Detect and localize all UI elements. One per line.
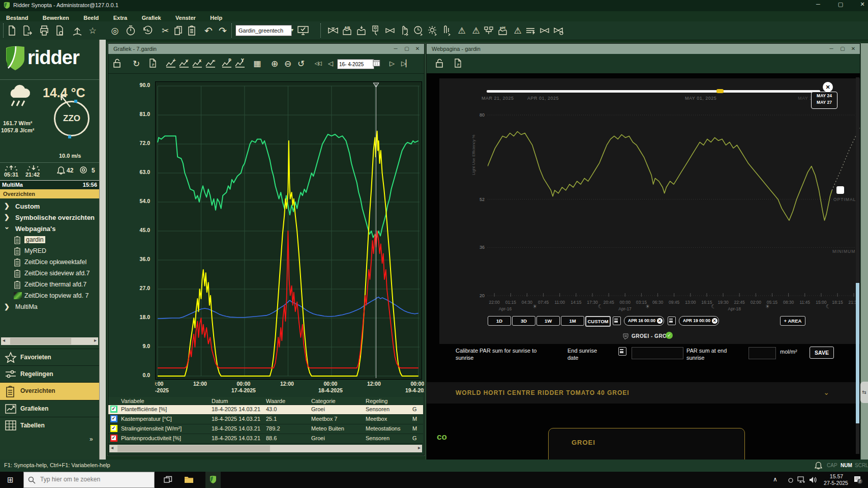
maximize-button[interactable]: ▢ — [403, 45, 411, 52]
scroll-left-icon[interactable]: ◂ — [111, 445, 113, 450]
new-file-icon[interactable] — [6, 25, 18, 36]
series-checkbox[interactable]: ✓ — [110, 425, 117, 432]
grafiek-plot-area[interactable] — [155, 81, 422, 380]
zoom-in-icon[interactable]: ⊕ — [268, 58, 281, 69]
history-icon[interactable] — [142, 25, 154, 36]
taskbar-search[interactable] — [23, 472, 155, 488]
tree-horizontal-scrollbar[interactable]: ◂ ▸ — [1, 337, 98, 345]
unlock-icon[interactable] — [112, 58, 126, 69]
copy-icon[interactable] — [173, 25, 185, 36]
hand-control-icon[interactable] — [399, 25, 411, 36]
scroll-right-icon[interactable]: ▸ — [418, 445, 421, 450]
menu-bewerken[interactable]: Bewerken — [43, 15, 69, 21]
zoom-out-icon[interactable]: ⊖ — [281, 58, 294, 69]
warning-icon[interactable]: ⚠ — [470, 25, 482, 36]
tree-item-multima[interactable]: ❯ MultiMa — [0, 302, 99, 313]
zoom-reset-icon[interactable]: ↺ — [294, 58, 308, 69]
tree-item-gardin[interactable]: gardin — [0, 235, 99, 246]
nav-grafieken[interactable]: Grafieken — [0, 400, 99, 417]
print-icon[interactable] — [39, 25, 51, 36]
tree-item-myred[interactable]: MyRED — [0, 246, 99, 257]
chart-delete-icon[interactable]: x — [192, 58, 205, 69]
profile-select[interactable]: Gardin_greentech — [235, 25, 292, 36]
tree-item-zeitdice-sideview[interactable]: ZeitDice sideview afd.7 — [0, 269, 99, 279]
range-custom-button[interactable]: CUSTOM — [585, 316, 611, 327]
menu-help[interactable]: Help — [210, 15, 222, 21]
step-forward-end-icon[interactable]: ▷▏ — [399, 58, 412, 69]
col-regeling[interactable]: Regeling — [366, 398, 387, 404]
paste-icon[interactable] — [186, 25, 198, 36]
grafiek-window-titlebar[interactable]: Grafiek - 7.gardin ─ ▢ ✕ — [108, 44, 424, 54]
range-3d-button[interactable]: 3D — [512, 316, 535, 326]
app-minimize-button[interactable]: ─ — [811, 1, 826, 10]
warning-icon[interactable]: ⚠ — [456, 25, 468, 36]
menu-extra[interactable]: Extra — [113, 15, 128, 21]
series-checkbox[interactable]: ✓ — [110, 415, 117, 422]
close-button[interactable]: ✕ — [413, 45, 422, 52]
range-1w-button[interactable]: 1W — [536, 316, 560, 326]
mixing-unit-icon[interactable] — [483, 25, 495, 36]
side-panel-tab[interactable]: ⇆ — [860, 382, 868, 403]
date-to-chip[interactable]: APR 19 00:00✕ — [679, 316, 719, 326]
app-close-button[interactable]: ✕ — [855, 1, 868, 10]
step-back-icon[interactable]: ◁ — [324, 58, 337, 69]
refresh-icon[interactable]: ↻ — [130, 58, 143, 69]
nav-tabellen[interactable]: Tabellen — [0, 417, 99, 434]
series-checkbox[interactable]: ✓ — [110, 435, 117, 442]
target-icon[interactable]: ◎ — [109, 25, 121, 36]
chart-add-icon[interactable]: + — [165, 58, 178, 69]
tray-device-icon[interactable] — [787, 476, 794, 483]
grid-icon[interactable]: ▦ — [251, 58, 264, 69]
unlock-icon[interactable] — [435, 58, 448, 69]
ridder-taskbar-button[interactable] — [205, 472, 221, 488]
export-page-icon[interactable]: P — [148, 58, 161, 69]
print-settings-icon[interactable] — [54, 25, 66, 36]
calendar-icon[interactable] — [618, 347, 626, 356]
sun-control-icon[interactable] — [427, 25, 439, 36]
pipes-icon[interactable] — [441, 25, 454, 36]
table-row[interactable]: ✓ Plantefficiëntie [%] 18-4-2025 14.03.2… — [108, 405, 423, 415]
taskbar-clock-time[interactable]: 15.57 — [825, 473, 848, 479]
nav-favorieten[interactable]: Favorieten — [0, 349, 99, 365]
close-button[interactable]: ✕ — [849, 45, 857, 52]
chart-print-icon[interactable]: P — [221, 58, 234, 69]
ab-tank-icon[interactable]: AB — [342, 25, 354, 36]
nav-overzichten[interactable]: Overzichten — [0, 382, 99, 400]
chevron-right-icon[interactable]: ❯ — [4, 213, 10, 221]
cut-scissors-icon[interactable]: ✂ — [159, 25, 171, 36]
tree-item-symbolische-overzichten[interactable]: ❯ Symbolische overzichten — [0, 213, 99, 223]
screen-lines-icon[interactable] — [525, 25, 537, 36]
menu-venster[interactable]: Venster — [175, 15, 196, 21]
end-sunrise-date-input[interactable] — [632, 347, 683, 359]
export-file-icon[interactable] — [21, 25, 34, 36]
range-1m-button[interactable]: 1M — [561, 316, 584, 326]
tree-item-custom[interactable]: ❯ Custom — [0, 202, 99, 212]
step-forward-icon[interactable]: ▷ — [385, 58, 399, 69]
grafiek-horizontal-scrollbar[interactable]: ◂ ▸ — [109, 445, 422, 452]
app-maximize-button[interactable]: ▢ — [833, 1, 848, 10]
tree-item-zeitdice-thermal[interactable]: ZeitDice thermal afd.7 — [0, 280, 99, 291]
valve-gear-icon[interactable] — [553, 25, 565, 36]
ph-tank-icon[interactable]: pH — [497, 25, 510, 36]
chevron-down-icon[interactable]: ⌄ — [823, 388, 829, 396]
add-area-button[interactable]: + AREA — [780, 316, 805, 326]
groei-card[interactable]: GROEI — [548, 428, 745, 460]
menu-beeld[interactable]: Beeld — [83, 15, 99, 21]
monitor-check-icon[interactable] — [297, 25, 309, 36]
minimize-button[interactable]: ─ — [827, 45, 835, 52]
taskbar-clock-date[interactable]: 27-5-2025 — [821, 480, 851, 486]
chart-edit-icon[interactable]: v — [178, 58, 192, 69]
table-row[interactable]: ✓ Kastemperatuur [°C] 18-4-2025 14.03.21… — [108, 415, 423, 424]
save-button[interactable]: SAVE — [810, 347, 834, 359]
series-checkbox[interactable]: ✓ — [110, 406, 117, 413]
valve-icon[interactable] — [327, 25, 340, 36]
web-scrollbar-thumb[interactable] — [856, 283, 859, 423]
notification-center-icon[interactable]: 2 — [854, 476, 861, 483]
undo-icon[interactable]: ↶ — [202, 25, 215, 36]
status-bell-icon[interactable] — [815, 461, 822, 470]
watch-eye-icon[interactable] — [79, 166, 88, 174]
favorite-star-icon[interactable]: ☆ — [86, 25, 99, 36]
accordion-header[interactable]: WORLD HORTI CENTRE RIDDER TOMATO 40 GROE… — [427, 382, 860, 404]
col-datum[interactable]: Datum — [212, 398, 228, 404]
scrollbar-thumb[interactable] — [10, 338, 71, 345]
